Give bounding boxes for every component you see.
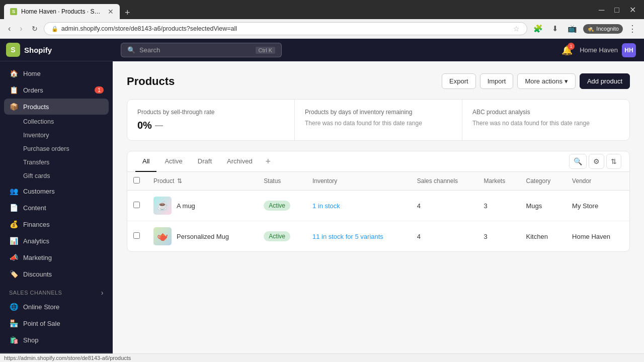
add-view-button[interactable]: + [262, 152, 275, 171]
cast-button[interactable]: 📺 [565, 23, 580, 34]
sidebar-item-home[interactable]: 🏠 Home [4, 65, 109, 81]
sidebar-item-online-store[interactable]: 🌐 Online Store [4, 299, 109, 315]
sidebar-item-marketing[interactable]: 📣 Marketing [4, 249, 109, 265]
sidebar-item-shop[interactable]: 🛍️ Shop [4, 332, 109, 348]
row-1-checkbox[interactable] [133, 202, 140, 208]
reload-button[interactable]: ↻ [29, 24, 41, 34]
stat-note: There was no data found for this date ra… [472, 120, 619, 127]
row-2-checkbox[interactable] [133, 232, 140, 239]
status-badge-2: Active [264, 231, 290, 241]
search-box[interactable]: 🔍 Search Ctrl K [121, 43, 282, 57]
inventory-link-1[interactable]: 1 in stock [312, 202, 340, 210]
maximize-button[interactable]: □ [610, 4, 623, 16]
page-title: Products [127, 75, 175, 88]
sidebar-item-discounts[interactable]: 🏷️ Discounts [4, 266, 109, 282]
select-all-checkbox[interactable] [133, 177, 140, 184]
sidebar-item-finances[interactable]: 💰 Finances [4, 216, 109, 232]
search-icon: 🔍 [127, 46, 135, 54]
add-product-button[interactable]: Add product [580, 73, 630, 89]
sidebar-item-orders[interactable]: 📋 Orders 1 [4, 82, 109, 98]
sidebar-item-gift-cards[interactable]: Gift cards [18, 169, 109, 183]
search-table-button[interactable]: 🔍 [569, 154, 587, 169]
product-cell-1[interactable]: ☕ A mug [153, 197, 252, 215]
markets-1: 3 [478, 191, 520, 221]
sort-icon[interactable]: ⇅ [177, 177, 182, 185]
products-icon: 📦 [9, 103, 18, 111]
tab-draft[interactable]: Draft [191, 151, 219, 172]
status-badge-1: Active [264, 201, 290, 211]
sort-button[interactable]: ⇅ [606, 154, 621, 169]
sidebar-item-collections[interactable]: Collections [18, 115, 109, 128]
notifications-button[interactable]: 🔔 1 [561, 45, 573, 56]
stat-value-percent: 0% [137, 120, 152, 131]
product-cell-2[interactable]: 🫖 Personalized Mug [153, 227, 252, 245]
sales-channels-1: 4 [411, 191, 478, 221]
stat-label: ABC product analysis [472, 109, 619, 116]
minimize-button[interactable]: ─ [595, 4, 608, 16]
table-tabs: All Active Draft Archived + 🔍 ⚙ [127, 151, 629, 172]
bookmark-icon[interactable]: ☆ [513, 25, 520, 33]
discounts-icon: 🏷️ [9, 270, 18, 278]
product-name-1: A mug [177, 202, 195, 210]
customers-icon: 👥 [9, 187, 18, 195]
tab-all[interactable]: All [135, 151, 156, 172]
tab-close-icon[interactable]: ✕ [108, 8, 114, 16]
col-product: Product ⇅ [147, 172, 258, 191]
product-name-2: Personalized Mug [177, 233, 229, 240]
new-tab-button[interactable]: + [121, 6, 134, 19]
back-button[interactable]: ‹ [5, 23, 14, 34]
sidebar-item-analytics[interactable]: 📊 Analytics [4, 233, 109, 249]
filter-button[interactable]: ⚙ [589, 154, 604, 169]
incognito-badge: 🕵 Incognito [583, 24, 623, 34]
shop-icon: 🛍️ [9, 336, 18, 344]
col-status: Status [258, 172, 306, 191]
stat-note: There was no data found for this date ra… [305, 120, 452, 127]
stats-row: Products by sell-through rate 0% — Produ… [127, 99, 630, 141]
export-button[interactable]: Export [442, 73, 476, 89]
sales-channels-2: 4 [411, 221, 478, 252]
stat-card-inventory-days[interactable]: Products by days of inventory remaining … [295, 100, 462, 140]
table-row: ☕ A mug Active 1 in stock [127, 191, 629, 221]
import-button[interactable]: Import [480, 73, 514, 89]
finances-icon: 💰 [9, 220, 18, 228]
col-vendor: Vendor [566, 172, 629, 191]
sidebar-item-point-of-sale[interactable]: 🏪 Point of Sale [4, 315, 109, 331]
tab-archived[interactable]: Archived [220, 151, 260, 172]
sidebar-item-transfers[interactable]: Transfers [18, 156, 109, 169]
product-thumbnail-mug: ☕ [153, 197, 172, 215]
more-actions-button[interactable]: More actions ▾ [517, 73, 575, 89]
browser-tab-active[interactable]: S Home Haven · Products · Shopi ✕ [4, 4, 120, 19]
online-store-icon: 🌐 [9, 303, 18, 311]
tab-favicon: S [10, 8, 17, 15]
col-sales-channels: Sales channels [411, 172, 478, 191]
address-bar[interactable]: 🔒 admin.shopify.com/store/de8143-a6/prod… [44, 22, 528, 35]
stat-card-abc-analysis[interactable]: ABC product analysis There was no data f… [462, 100, 629, 140]
col-category: Category [520, 172, 567, 191]
sidebar-item-inventory[interactable]: Inventory [18, 129, 109, 142]
products-data-table: Product ⇅ Status Inventory Sales channel… [127, 172, 629, 251]
forward-button[interactable]: › [17, 23, 25, 34]
tab-active[interactable]: Active [157, 151, 189, 172]
inventory-link-2[interactable]: 11 in stock for 5 variants [312, 233, 383, 240]
sidebar-item-content[interactable]: 📄 Content [4, 200, 109, 216]
search-shortcut: Ctrl K [256, 47, 276, 54]
category-1: Mugs [520, 191, 567, 221]
sidebar-item-products[interactable]: 📦 Products [4, 99, 109, 115]
sidebar-item-customers[interactable]: 👥 Customers [4, 183, 109, 199]
orders-badge: 1 [95, 86, 104, 94]
expand-icon[interactable]: › [101, 289, 104, 297]
stat-label: Products by days of inventory remaining [305, 109, 452, 116]
store-name: Home Haven [580, 46, 618, 54]
extensions-button[interactable]: 🧩 [530, 23, 546, 34]
category-2: Kitchen [520, 221, 567, 252]
sidebar-item-purchase-orders[interactable]: Purchase orders [18, 142, 109, 155]
store-selector[interactable]: Home Haven HH [580, 43, 636, 57]
stat-card-sell-through[interactable]: Products by sell-through rate 0% — [127, 100, 295, 140]
analytics-icon: 📊 [9, 237, 18, 245]
close-window-button[interactable]: ✕ [625, 4, 640, 16]
menu-button[interactable]: ⋮ [626, 22, 639, 35]
shopify-logo: S Shopify [6, 43, 52, 57]
sidebar: S Shopify 🏠 Home 📋 Orders 1 📦 Products [0, 39, 113, 353]
point-of-sale-icon: 🏪 [9, 319, 18, 327]
download-button[interactable]: ⬇ [549, 23, 561, 34]
